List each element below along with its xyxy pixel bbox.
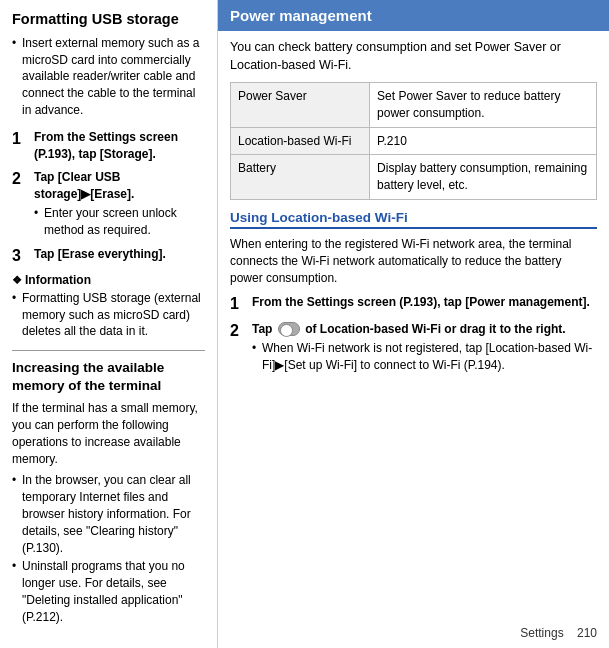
using-wifi-body: When entering to the registered Wi-Fi ne…: [230, 236, 597, 286]
step-3-label: Tap [Erase everything].: [34, 247, 166, 261]
step-1-text: From the Settings screen (P.193), tap [S…: [34, 129, 205, 163]
step-1-label: From the Settings screen (P.193), tap [S…: [34, 130, 178, 161]
right-step-1-label: From the Settings screen (P.193), tap [P…: [252, 295, 590, 309]
formatting-bullets: Insert external memory such as a microSD…: [12, 35, 205, 119]
right-column: Power management You can check battery c…: [218, 0, 609, 648]
table-cell-label-1: Location-based Wi-Fi: [231, 127, 370, 155]
using-wifi-heading: Using Location-based Wi-Fi: [230, 210, 597, 229]
increasing-title: Increasing the available memory of the t…: [12, 359, 205, 394]
right-step-1-text: From the Settings screen (P.193), tap [P…: [252, 294, 590, 311]
footer: Settings 210: [520, 626, 597, 640]
intro-text: You can check battery consumption and se…: [230, 39, 597, 74]
step-1-num: 1: [12, 129, 30, 148]
info-bullets: Formatting USB storage (external memory …: [12, 290, 205, 340]
step-2-sub-1: Enter your screen unlock method as requi…: [34, 205, 205, 239]
toggle-icon: [278, 322, 300, 336]
info-title: Information: [12, 273, 205, 287]
step-3-num: 3: [12, 246, 30, 265]
increasing-body: If the terminal has a small memory, you …: [12, 400, 205, 467]
table-row-battery: Battery Display battery consumption, rem…: [231, 155, 597, 200]
power-management-header: Power management: [218, 0, 609, 31]
info-bullet-1: Formatting USB storage (external memory …: [12, 290, 205, 340]
table-row-location-wifi: Location-based Wi-Fi P.210: [231, 127, 597, 155]
info-box: Information Formatting USB storage (exte…: [12, 273, 205, 340]
table-cell-label-2: Battery: [231, 155, 370, 200]
divider-1: [12, 350, 205, 351]
step-2-label: Tap [Clear USB storage]▶[Erase].: [34, 170, 134, 201]
right-content: You can check battery consumption and se…: [218, 31, 609, 389]
step-3-text: Tap [Erase everything].: [34, 246, 166, 263]
formatting-bullet-1: Insert external memory such as a microSD…: [12, 35, 205, 119]
table-cell-label-0: Power Saver: [231, 83, 370, 128]
right-step-2: 2 Tap of Location-based Wi-Fi or drag it…: [230, 321, 597, 374]
left-column: Formatting USB storage Insert external m…: [0, 0, 218, 648]
increasing-bullet-1: In the browser, you can clear all tempor…: [12, 472, 205, 556]
right-step-1-num: 1: [230, 294, 248, 313]
step-1: 1 From the Settings screen (P.193), tap …: [12, 129, 205, 163]
right-step-2-sub-1: When Wi-Fi network is not registered, ta…: [252, 340, 597, 374]
right-step-1: 1 From the Settings screen (P.193), tap …: [230, 294, 597, 313]
increasing-bullets: In the browser, you can clear all tempor…: [12, 472, 205, 625]
right-step-2-subs: When Wi-Fi network is not registered, ta…: [252, 340, 597, 374]
footer-label: Settings: [520, 626, 563, 640]
right-step-2-label: Tap of Location-based Wi-Fi or drag it t…: [252, 322, 566, 336]
table-cell-value-0: Set Power Saver to reduce battery power …: [370, 83, 597, 128]
step-2-text: Tap [Clear USB storage]▶[Erase]. Enter y…: [34, 169, 205, 238]
table-cell-value-1: P.210: [370, 127, 597, 155]
formatting-title: Formatting USB storage: [12, 10, 205, 29]
right-step-2-text: Tap of Location-based Wi-Fi or drag it t…: [252, 321, 597, 374]
settings-table: Power Saver Set Power Saver to reduce ba…: [230, 82, 597, 200]
table-cell-value-2: Display battery consumption, remaining b…: [370, 155, 597, 200]
footer-page: 210: [577, 626, 597, 640]
increasing-bullet-2: Uninstall programs that you no longer us…: [12, 558, 205, 625]
right-step-2-num: 2: [230, 321, 248, 340]
step-3: 3 Tap [Erase everything].: [12, 246, 205, 265]
step-2-num: 2: [12, 169, 30, 188]
table-row-power-saver: Power Saver Set Power Saver to reduce ba…: [231, 83, 597, 128]
step-2: 2 Tap [Clear USB storage]▶[Erase]. Enter…: [12, 169, 205, 238]
